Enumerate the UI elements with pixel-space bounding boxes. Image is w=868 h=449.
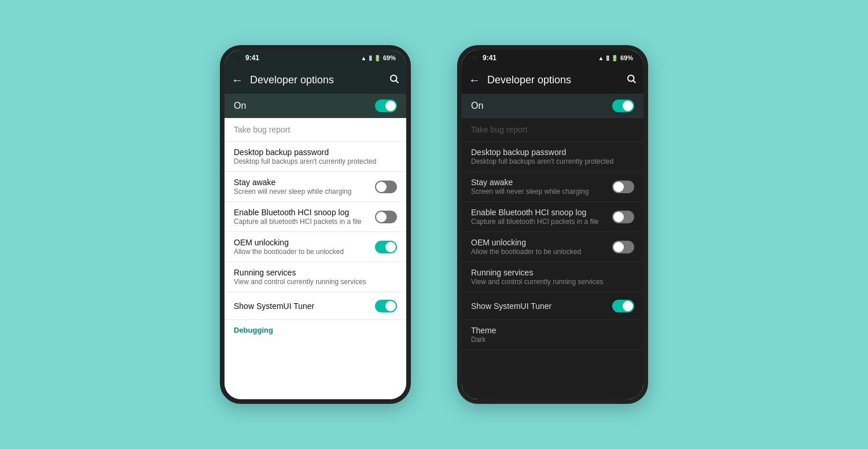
- menu-item-running-services[interactable]: Running servicesView and control current…: [225, 262, 406, 292]
- toggle-stay-awake[interactable]: [612, 181, 634, 193]
- menu-item-enable-bluetooth-hci[interactable]: Enable Bluetooth HCI snoop logCapture al…: [462, 202, 643, 232]
- menu-item-subtitle: Screen will never sleep while charging: [471, 187, 612, 196]
- signal-icon: |||: [369, 55, 372, 61]
- menu-item-subtitle: Desktop full backups aren't currently pr…: [471, 157, 634, 165]
- section-debugging: Debugging: [225, 320, 406, 337]
- status-bar: 9:41 ▲ ||| 🔋 69%: [225, 50, 406, 66]
- menu-item-show-systemui-tuner[interactable]: Show SystemUI Tuner: [225, 292, 406, 320]
- take-bug-report-item[interactable]: Take bug report: [225, 118, 406, 142]
- menu-item-title: OEM unlocking: [471, 238, 612, 247]
- menu-item-title: Enable Bluetooth HCI snoop log: [234, 208, 375, 217]
- wifi-icon: ▲: [361, 55, 367, 61]
- menu-item-text: Desktop backup passwordDesktop full back…: [234, 148, 397, 165]
- menu-item-text: Stay awakeScreen will never sleep while …: [234, 178, 375, 196]
- menu-item-text: ThemeDark: [471, 326, 634, 344]
- status-right: ▲ ||| 🔋 69%: [598, 54, 634, 61]
- phone-dark: 9:41 ▲ ||| 🔋 69% ← Developer options On …: [457, 45, 648, 404]
- on-bar: On: [462, 94, 643, 118]
- status-time: 9:41: [483, 54, 496, 62]
- wifi-icon: ▲: [598, 55, 604, 61]
- svg-line-1: [396, 80, 398, 82]
- battery-icon: 🔋: [374, 55, 381, 61]
- menu-item-text: Enable Bluetooth HCI snoop logCapture al…: [471, 208, 612, 226]
- back-button[interactable]: ←: [231, 73, 243, 87]
- menu-item-title: Theme: [471, 326, 634, 335]
- toggle-knob: [385, 101, 396, 111]
- menu-item-enable-bluetooth-hci[interactable]: Enable Bluetooth HCI snoop logCapture al…: [225, 202, 406, 232]
- menu-item-title: Show SystemUI Tuner: [234, 301, 375, 311]
- menu-item-text: OEM unlockingAllow the bootloader to be …: [234, 238, 375, 256]
- status-bar: 9:41 ▲ ||| 🔋 69%: [462, 50, 643, 66]
- toggle-show-systemui-t[interactable]: [375, 300, 397, 312]
- toggle-knob: [623, 301, 633, 311]
- toolbar-title: Developer options: [250, 74, 389, 86]
- menu-item-subtitle: Allow the bootloader to be unlocked: [234, 248, 375, 256]
- menu-item-text: Enable Bluetooth HCI snoop logCapture al…: [234, 208, 375, 226]
- menu-item-title: Running services: [234, 268, 397, 277]
- menu-item-subtitle: Capture all bluetooth HCI packets in a f…: [471, 218, 612, 226]
- menu-item-stay-awake[interactable]: Stay awakeScreen will never sleep while …: [462, 172, 643, 202]
- battery-percent: 69%: [620, 54, 633, 61]
- menu-item-text: Show SystemUI Tuner: [234, 301, 375, 311]
- toggle-oem-unlocking[interactable]: [612, 241, 634, 253]
- menu-item-theme[interactable]: ThemeDark: [462, 320, 643, 350]
- menu-item-oem-unlocking[interactable]: OEM unlockingAllow the bootloader to be …: [225, 232, 406, 262]
- settings-content: Take bug reportDesktop backup passwordDe…: [225, 118, 406, 399]
- signal-icon: |||: [606, 55, 609, 61]
- menu-item-title: OEM unlocking: [234, 238, 375, 247]
- toggle-show-systemui-t[interactable]: [612, 300, 634, 312]
- toggle-knob: [613, 212, 624, 222]
- on-label: On: [471, 101, 483, 111]
- toggle-knob: [376, 212, 387, 222]
- menu-item-subtitle: View and control currently running servi…: [234, 278, 397, 286]
- menu-item-subtitle: Desktop full backups aren't currently pr…: [234, 157, 397, 165]
- toggle-knob: [385, 301, 396, 311]
- menu-item-text: Show SystemUI Tuner: [471, 301, 612, 311]
- menu-item-title: Desktop backup password: [471, 148, 634, 157]
- toggle-knob: [623, 101, 633, 111]
- menu-item-text: Running servicesView and control current…: [471, 268, 634, 286]
- toggle-knob: [613, 242, 624, 252]
- toggle-knob: [613, 182, 624, 192]
- menu-item-text: Running servicesView and control current…: [234, 268, 397, 286]
- camera-dot: [472, 56, 477, 60]
- on-label: On: [234, 101, 246, 111]
- phone-light: 9:41 ▲ ||| 🔋 69% ← Developer options On …: [220, 45, 411, 404]
- back-button[interactable]: ←: [469, 73, 480, 87]
- menu-item-title: Enable Bluetooth HCI snoop log: [471, 208, 612, 217]
- menu-item-running-services[interactable]: Running servicesView and control current…: [462, 262, 643, 292]
- menu-item-title: Desktop backup password: [234, 148, 397, 157]
- toolbar: ← Developer options: [225, 66, 406, 94]
- menu-item-oem-unlocking[interactable]: OEM unlockingAllow the bootloader to be …: [462, 232, 643, 262]
- search-button[interactable]: [626, 73, 637, 87]
- menu-item-desktop-backup-passw[interactable]: Desktop backup passwordDesktop full back…: [225, 142, 406, 172]
- toggle-enable-bluetoot[interactable]: [612, 211, 634, 223]
- menu-item-show-systemui-tuner[interactable]: Show SystemUI Tuner: [462, 292, 643, 320]
- menu-item-subtitle: Allow the bootloader to be unlocked: [471, 248, 612, 256]
- menu-item-subtitle: Screen will never sleep while charging: [234, 187, 375, 196]
- status-right: ▲ ||| 🔋 69%: [361, 54, 396, 61]
- camera-dot: [235, 56, 240, 60]
- status-time: 9:41: [245, 54, 259, 62]
- take-bug-report-item[interactable]: Take bug report: [462, 118, 643, 142]
- on-bar: On: [225, 94, 406, 118]
- toggle-oem-unlocking[interactable]: [375, 241, 397, 253]
- settings-content: Take bug reportDesktop backup passwordDe…: [462, 118, 643, 399]
- developer-options-toggle[interactable]: [612, 100, 634, 112]
- developer-options-toggle[interactable]: [375, 100, 397, 112]
- toggle-knob: [376, 182, 387, 192]
- search-button[interactable]: [389, 73, 399, 87]
- menu-item-subtitle: Dark: [471, 336, 634, 344]
- battery-percent: 69%: [383, 54, 396, 61]
- toggle-stay-awake[interactable]: [375, 181, 397, 193]
- toggle-knob: [385, 242, 396, 252]
- status-left: 9:41: [235, 54, 259, 62]
- menu-item-text: Desktop backup passwordDesktop full back…: [471, 148, 634, 165]
- menu-item-subtitle: Capture all bluetooth HCI packets in a f…: [234, 218, 375, 226]
- toolbar: ← Developer options: [462, 66, 643, 94]
- menu-item-stay-awake[interactable]: Stay awakeScreen will never sleep while …: [225, 172, 406, 202]
- svg-line-3: [633, 80, 635, 82]
- menu-item-desktop-backup-passw[interactable]: Desktop backup passwordDesktop full back…: [462, 142, 643, 172]
- menu-item-subtitle: View and control currently running servi…: [471, 278, 634, 286]
- toggle-enable-bluetoot[interactable]: [375, 211, 397, 223]
